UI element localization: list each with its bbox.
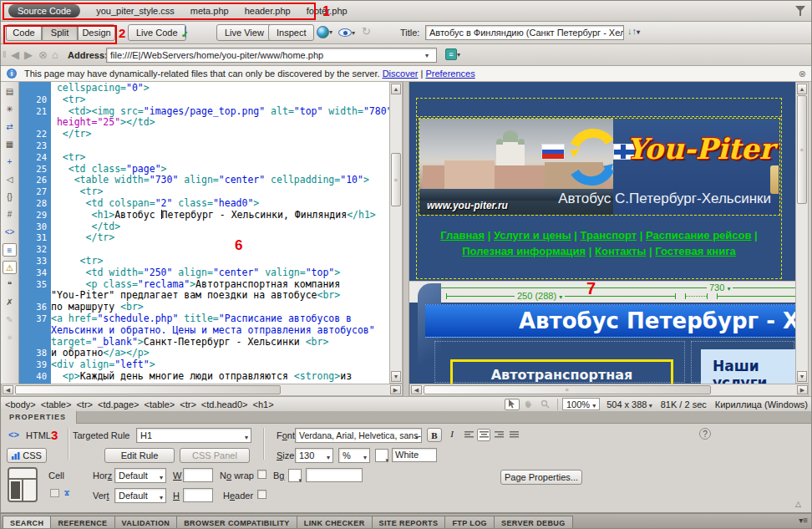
results-tab-validation[interactable]: VALIDATION <box>115 516 178 529</box>
code-line[interactable]: <td class="page"> <box>51 164 389 175</box>
tag-selector-item[interactable]: <tr> <box>180 399 196 409</box>
preferences-link[interactable]: Preferences <box>425 69 475 79</box>
select-tool-icon[interactable] <box>505 399 520 410</box>
properties-tab[interactable]: PROPERTIES <box>1 411 77 424</box>
site-nav-link[interactable]: Расписание рейсов <box>646 229 751 242</box>
site-nav-link[interactable]: Главная <box>440 229 485 242</box>
stop-icon[interactable]: ⊗ <box>38 48 48 61</box>
code-line[interactable]: и обратно</a></p> <box>51 348 389 359</box>
format-source-icon[interactable]: ✎ <box>3 313 17 327</box>
visual-aids-eye-icon[interactable]: ▾ <box>338 28 355 37</box>
code-line[interactable]: </tr> <box>51 232 389 244</box>
w-input[interactable] <box>183 468 213 482</box>
address-input[interactable]: file:///E|/WebServers/home/you-piter/www… <box>106 48 437 63</box>
hand-tool-icon[interactable] <box>521 399 536 410</box>
preview-horizontal-scrollbar[interactable]: ◀ ≡ ▶ <box>409 384 809 396</box>
code-line[interactable]: <table width="730" align="center" cellpa… <box>51 175 389 186</box>
panel-splitter[interactable] <box>403 82 409 396</box>
scroll-thumb[interactable]: ≡ <box>424 385 711 394</box>
code-line[interactable]: <tr> <box>51 152 389 164</box>
collapse-selection-icon[interactable]: ▦ <box>3 138 17 151</box>
code-line[interactable] <box>51 244 389 256</box>
tag-selector-item[interactable]: <td.page> <box>98 399 140 409</box>
html-mode-button[interactable]: HTML <box>26 430 51 440</box>
split-cell-icon[interactable]: ϫ <box>64 488 69 497</box>
back-icon[interactable]: ◀ <box>11 48 19 61</box>
code-line[interactable]: cellspacing="0"> <box>51 83 389 94</box>
page-properties-button[interactable]: Page Properties... <box>500 470 582 485</box>
tag-selector-item[interactable]: <tr> <box>76 399 93 409</box>
scroll-up-icon[interactable]: ▲ <box>391 84 401 94</box>
select-parent-tag-icon[interactable]: ◁ <box>3 173 17 186</box>
code-line[interactable]: <td><img src="images/page_top.png" alt="… <box>51 106 389 118</box>
filter-related-files-icon[interactable] <box>795 6 806 16</box>
code-line[interactable]: <a href="schedule.php" title="Расписание… <box>51 313 389 325</box>
scroll-thumb[interactable]: ≡ <box>797 95 807 204</box>
zoom-tool-icon[interactable] <box>538 399 553 410</box>
code-line[interactable]: height="25"></td> <box>51 117 389 129</box>
align-justify-icon[interactable] <box>507 429 520 441</box>
results-tab-browser-compatibility[interactable]: BROWSER COMPATIBILITY <box>177 516 297 529</box>
size-dropdown[interactable]: 130 <box>295 448 333 463</box>
code-line[interactable]: по маршруту <br> <box>51 302 389 313</box>
apply-comment-icon[interactable]: ❝ <box>3 278 17 292</box>
code-line[interactable]: Хельсинки и обратно. Цены и места отправ… <box>51 325 389 337</box>
close-info-bar-icon[interactable]: ⊗ <box>799 69 806 79</box>
scroll-left-icon[interactable]: ◀ <box>411 385 422 394</box>
preview-in-browser-icon[interactable]: ▾ <box>317 26 332 38</box>
tag-selector-item[interactable]: <body> <box>5 399 36 409</box>
column-width-label[interactable]: 250 (288) ▾ <box>515 291 565 301</box>
horz-dropdown[interactable]: Default <box>114 468 166 483</box>
highlight-invalid-code-icon[interactable]: <> <box>3 226 17 239</box>
tag-selector[interactable]: <body><table><tr><td.page><table><tr><td… <box>5 399 279 409</box>
table-width-label[interactable]: 730 ▾ <box>707 282 733 292</box>
help-icon[interactable]: ? <box>699 428 711 440</box>
code-line[interactable]: <p class="reclama">Автотранспортная комп… <box>51 279 389 291</box>
align-right-icon[interactable] <box>492 429 505 441</box>
css-mode-button[interactable]: CSS <box>7 448 47 463</box>
code-line[interactable]: <p>Каждый день многие люди отправляются … <box>51 371 389 383</box>
results-tab-reference[interactable]: REFERENCE <box>51 516 114 529</box>
code-line[interactable]: <tr> <box>51 186 389 198</box>
magnification-dropdown[interactable]: 100% ▾ <box>562 398 600 410</box>
scroll-right-icon[interactable]: ▶ <box>797 385 808 394</box>
table-width-bar[interactable]: 730 ▾ 250 (288) ▾ <box>409 281 795 303</box>
title-input[interactable]: Автобус в Финляндию (Санкт Петербург - Х… <box>425 25 624 40</box>
window-size-dropdown[interactable]: 504 x 388 ▾ <box>606 399 652 409</box>
scroll-down-icon[interactable]: ▼ <box>797 371 807 382</box>
live-view-options-icon[interactable]: ≡▾ <box>445 48 460 60</box>
site-nav-link[interactable]: Контакты <box>595 245 646 257</box>
forward-icon[interactable]: ▶ <box>24 48 33 61</box>
live-code-button[interactable]: Live Code <box>128 24 186 41</box>
code-line[interactable]: target="_blank">Санкт-Петербург - Хельси… <box>51 337 389 348</box>
show-more-icon[interactable]: » <box>3 331 17 344</box>
code-line[interactable]: <td width="250" align="center" valign="t… <box>51 267 389 279</box>
collapse-panel-icon[interactable]: △ <box>795 500 801 508</box>
italic-button[interactable]: I <box>445 429 459 443</box>
scroll-up-icon[interactable]: ▲ <box>797 84 807 94</box>
code-line[interactable]: <div align="left"> <box>51 359 389 371</box>
code-line[interactable]: </td> <box>51 221 389 233</box>
code-line[interactable]: <td colspan="2" class="head0"> <box>51 198 389 210</box>
bg-color-input[interactable] <box>306 468 363 482</box>
discover-link[interactable]: Discover <box>383 69 419 79</box>
align-left-icon[interactable] <box>462 429 475 441</box>
results-tab-search[interactable]: SEARCH <box>3 516 51 529</box>
code-editor[interactable]: cellspacing="0"> <tr> <td><img src="imag… <box>51 82 389 384</box>
live-view-button[interactable]: Live View <box>216 24 272 41</box>
code-horizontal-scrollbar[interactable]: ◀ ▶ <box>1 384 403 396</box>
bold-button[interactable]: B <box>427 428 442 442</box>
scroll-thumb[interactable] <box>15 385 281 394</box>
code-line[interactable]: <tr> <box>51 94 389 106</box>
code-line[interactable] <box>51 140 389 152</box>
live-view-page[interactable]: www.you-piter.ru You-Piter Автобус <box>409 82 795 384</box>
code-line[interactable]: <h1>Автобус Петербург - Хельсинки, Финля… <box>51 210 389 221</box>
remove-comment-icon[interactable]: ✗ <box>3 296 17 309</box>
tag-selector-item[interactable]: <table> <box>41 399 72 409</box>
balance-braces-icon[interactable]: {} <box>3 191 17 204</box>
results-tab-server-debug[interactable]: SERVER DEBUG <box>495 516 573 529</box>
text-color-input[interactable]: White <box>392 448 437 462</box>
expand-all-icon[interactable]: + <box>3 155 17 169</box>
targeted-rule-dropdown[interactable]: H1 <box>136 428 251 443</box>
results-tab-link-checker[interactable]: LINK CHECKER <box>297 516 373 529</box>
